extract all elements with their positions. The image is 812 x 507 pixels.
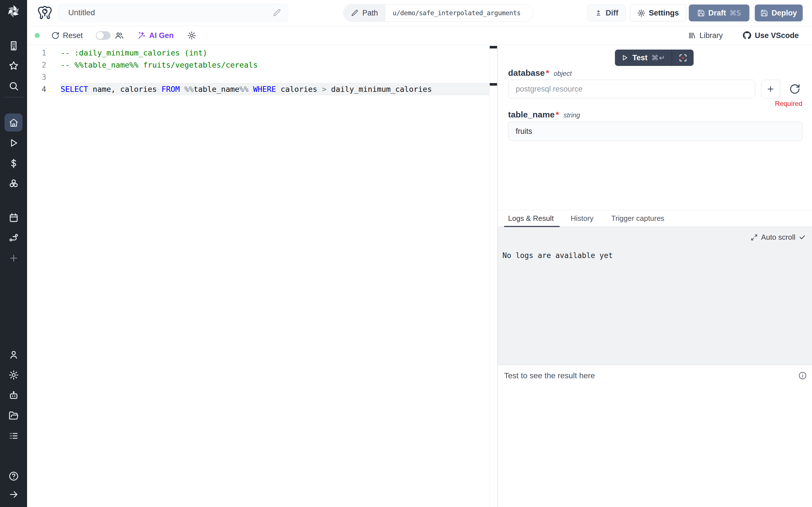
sidebar-item-resources[interactable]: [4, 175, 22, 193]
script-title: Untitled: [68, 8, 273, 17]
route-icon: [8, 232, 19, 243]
dollar-icon: [8, 158, 19, 169]
toggle-knob: [96, 32, 104, 39]
sidebar-item-add[interactable]: [4, 249, 22, 267]
database-input[interactable]: [508, 80, 755, 98]
info-icon[interactable]: [798, 371, 807, 380]
library-button[interactable]: Library: [688, 31, 723, 40]
logs-panel: Auto scroll No logs are available yet: [498, 227, 812, 364]
calendar-icon: [8, 212, 19, 223]
edit-title-icon[interactable]: [273, 8, 281, 17]
building-icon: [8, 41, 19, 51]
status-dot: [35, 33, 40, 38]
reset-button[interactable]: Reset: [51, 31, 83, 40]
field-type: object: [554, 69, 572, 77]
database-field-label: database * object: [508, 68, 572, 78]
table-name-field-label: table_name * string: [508, 110, 580, 119]
collab-toggle[interactable]: [96, 31, 110, 40]
refresh-resources-icon[interactable]: [789, 83, 801, 95]
code-line[interactable]: 1-- :daily_minimum_calories (int): [27, 47, 497, 59]
code-text: -- %%table_name%% fruits/vegetables/cere…: [61, 59, 490, 71]
sidebar-item-schedules[interactable]: [4, 209, 22, 226]
library-label: Library: [700, 31, 723, 40]
sidebar-item-workspace[interactable]: [4, 37, 22, 55]
diff-icon: [595, 9, 602, 17]
code-line[interactable]: 2-- %%table_name%% fruits/vegetables/cer…: [27, 59, 497, 71]
star-icon: [8, 61, 19, 71]
draft-shortcut: ⌘S: [729, 9, 741, 17]
test-shortcut: ⌘↵: [652, 54, 666, 62]
tab-trigger-captures[interactable]: Trigger captures: [611, 214, 664, 223]
capture-icon: [679, 54, 688, 62]
sidebar-item-help[interactable]: [4, 467, 22, 485]
auto-scroll-toggle[interactable]: Auto scroll: [751, 233, 806, 242]
diff-button[interactable]: Diff: [587, 4, 626, 21]
home-icon: [8, 117, 19, 128]
expand-icon[interactable]: [751, 234, 758, 241]
draft-button[interactable]: Draft ⌘S: [689, 4, 749, 21]
line-number: 2: [27, 61, 61, 69]
sidebar-item-home[interactable]: [4, 114, 22, 131]
sidebar-item-collapse[interactable]: [4, 485, 22, 503]
deploy-button[interactable]: Deploy: [755, 4, 803, 21]
ai-gen-label: AI Gen: [149, 31, 174, 40]
user-icon: [8, 349, 19, 360]
editor-settings-icon[interactable]: [187, 31, 196, 40]
required-error: Required: [775, 100, 802, 108]
overview-ruler-mark: [490, 46, 497, 48]
windmill-logo-icon[interactable]: [5, 3, 22, 20]
sidebar-item-variables[interactable]: [4, 154, 22, 172]
script-title-field[interactable]: Untitled: [58, 4, 288, 22]
help-icon: [8, 471, 19, 482]
sidebar-item-users[interactable]: [4, 346, 22, 363]
test-button[interactable]: Test ⌘↵: [615, 50, 672, 66]
sidebar-item-workers[interactable]: [4, 386, 22, 404]
use-vscode-button[interactable]: Use VScode: [743, 31, 799, 40]
reset-label: Reset: [63, 31, 83, 40]
wand-icon: [138, 31, 146, 40]
capture-button[interactable]: [672, 50, 694, 66]
result-placeholder: Test to see the result here: [504, 371, 595, 380]
code-text: SELECT name, calories FROM %%table_name%…: [61, 83, 490, 95]
result-panel: Test to see the result here: [498, 364, 812, 507]
sidebar-item-settings[interactable]: [4, 366, 22, 384]
sidebar-item-favorites[interactable]: [4, 57, 22, 75]
settings-label: Settings: [649, 9, 679, 17]
use-vscode-label: Use VScode: [755, 31, 799, 40]
tab-history[interactable]: History: [571, 214, 594, 223]
sidebar-item-search[interactable]: [4, 77, 22, 95]
path-value: u/demo/safe_interpolated_arguments: [386, 4, 521, 21]
diff-label: Diff: [606, 9, 618, 17]
code-line[interactable]: 4SELECT name, calories FROM %%table_name…: [27, 83, 497, 95]
code-text: [61, 71, 490, 83]
table-name-input[interactable]: [508, 122, 802, 141]
refresh-icon: [51, 31, 59, 40]
arrowRight-icon: [8, 489, 19, 500]
save-icon: [697, 9, 705, 17]
edit-path-icon[interactable]: [351, 9, 358, 17]
code-editor[interactable]: 1-- :daily_minimum_calories (int)2-- %%t…: [27, 45, 497, 507]
collaborators-icon[interactable]: [114, 31, 124, 40]
sidebar-item-triggers[interactable]: [4, 228, 22, 246]
sidebar-item-runs[interactable]: [4, 134, 22, 152]
gear-icon: [8, 370, 19, 380]
github-icon: [743, 31, 751, 40]
settings-button[interactable]: Settings: [630, 4, 686, 21]
overview-ruler: [490, 45, 490, 507]
pane-splitter[interactable]: [498, 210, 812, 210]
windmill-script-editor: Untitled Path u/demo/safe_interpolated_a…: [0, 0, 812, 507]
sidebar: [0, 0, 27, 507]
ai-gen-button[interactable]: AI Gen: [138, 31, 174, 40]
sidebar-item-audit-logs[interactable]: [4, 427, 22, 445]
folder-icon: [8, 411, 19, 421]
test-button-cluster: Test ⌘↵: [615, 50, 694, 66]
add-resource-button[interactable]: [761, 80, 780, 98]
sidebar-item-folders[interactable]: [4, 407, 22, 425]
code-text: -- :daily_minimum_calories (int): [61, 47, 490, 59]
tab-logs-result[interactable]: Logs & Result: [508, 214, 554, 223]
field-name: database: [508, 68, 545, 78]
path-field[interactable]: Path u/demo/safe_interpolated_arguments: [343, 4, 534, 22]
overview-ruler-mark: [490, 83, 497, 86]
code-line[interactable]: 3: [27, 71, 497, 83]
gear-icon: [637, 9, 645, 17]
